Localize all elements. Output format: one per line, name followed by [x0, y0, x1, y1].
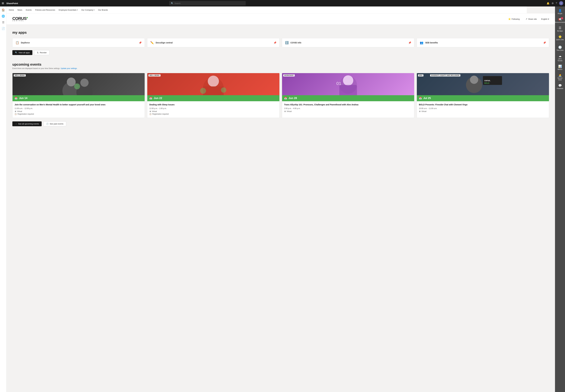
event-card-3[interactable]: WORKSHOP 01 📅 Jun 28 Trans Allyshi — [282, 73, 414, 118]
sidebar-item-announcements[interactable]: 2 📢 Announcements — [555, 16, 565, 24]
sidebar-item-service-desk[interactable]: 🧑‍💼 Service Desk — [555, 72, 565, 82]
svg-text:corus.: corus. — [484, 79, 491, 82]
topbar-right-icons: 🔔 ⚙ ? U — [547, 1, 563, 5]
app-card-seb[interactable]: 👥 SEB benefits 📌 — [417, 38, 549, 47]
weather-icon: ☁ — [559, 54, 562, 58]
help-icon[interactable]: ? — [556, 2, 557, 5]
sidebar-item-timezone[interactable]: 🕐 Time Zone — [555, 44, 565, 52]
svg-point-8 — [200, 88, 206, 94]
feedback-label: Feedback — [557, 88, 563, 89]
event-image-3: WORKSHOP 01 — [282, 73, 414, 95]
registration-icon: 📋 — [14, 113, 17, 115]
seb-icon: 👥 — [420, 41, 424, 44]
right-sidebar: 👤 People 2 📢 Announcements ☰ My Apps ⭐ Q… — [555, 6, 565, 392]
event-image-2: WELL-BEING — [147, 73, 279, 95]
avatar[interactable]: U — [559, 1, 563, 5]
sidebar-item-metrics[interactable]: 📊 Metrics — [555, 63, 565, 71]
following-button[interactable]: ⭐ Following — [507, 17, 521, 21]
weather-label: 29°C Toronto — [557, 58, 562, 62]
navbar: Home News Events Policies and Resources … — [6, 6, 527, 14]
nav-policies[interactable]: Policies and Resources — [35, 8, 55, 12]
sidebar-item-weather[interactable]: ☁ 29°C Toronto — [555, 53, 565, 63]
nav-our-brands[interactable]: Our Brands — [98, 8, 108, 12]
event-date-bar-1: 📅 Jun 14 — [13, 95, 145, 101]
announcements-label: Announcements — [555, 21, 565, 23]
search-bar[interactable]: 🔍 — [169, 1, 246, 5]
event-title-4: BOLD Presents: Fireside Chat with Clemen… — [419, 103, 547, 106]
apps-grid: 📋 Dayforce 📌 ✏️ DocuSign central 📌 ℹ️ — [12, 38, 549, 47]
see-all-events-button[interactable]: → See all upcoming events — [12, 121, 42, 126]
apps-label: My Apps — [557, 30, 563, 32]
settings-icon[interactable]: ⚙ — [551, 2, 554, 5]
language-selector[interactable]: English ▾ — [541, 18, 549, 20]
monitor-icon: 🖥 — [14, 110, 16, 112]
logo-dot — [27, 17, 28, 18]
event-body-3: Trans Allyship 101: Pronouns, Challenges… — [282, 101, 414, 115]
event-card-4[interactable]: ERG DIVERSITY, EQUITY AND INCLUSION coru… — [417, 73, 549, 118]
event-date-4: Jul 25 — [423, 97, 431, 100]
event-time-4: 10:00 a.m. - 11:00 a.m. — [419, 107, 547, 110]
event-title-1: Join the conversation on Men's Mental He… — [14, 103, 143, 106]
upcoming-events-section: upcoming events Event times are displaye… — [12, 62, 549, 126]
sidebar-item-apps[interactable]: ☰ My Apps — [555, 25, 565, 33]
dayforce-icon: 📋 — [15, 41, 19, 44]
people-label: People — [558, 13, 562, 14]
reorder-icon: ⇅ — [37, 52, 39, 54]
svg-point-3 — [80, 79, 89, 87]
grid-icon[interactable]: ⊞ — [2, 2, 4, 5]
event-card-1[interactable]: WELL-BEING 📅 Jun 14 — [12, 73, 145, 118]
sidebar-item-quicklinks[interactable]: ⭐ Quick Links — [555, 34, 565, 42]
event-location-4: 🖥 Virtual — [419, 110, 547, 112]
service-desk-icon: 🧑‍💼 — [558, 73, 562, 77]
view-all-apps-button[interactable]: 🔍 View all apps — [12, 50, 32, 55]
share-icon: ↗ — [525, 18, 527, 20]
metrics-icon: 📊 — [558, 65, 562, 68]
chevron-down-icon: ▾ — [548, 18, 549, 20]
nav-news[interactable]: News — [17, 8, 22, 12]
svg-point-6 — [208, 76, 219, 87]
sidebar-item-feedback[interactable]: 💬 Feedback — [555, 83, 565, 91]
star-icon: ⭐ — [508, 18, 511, 20]
event-image-1: WELL-BEING — [13, 73, 145, 95]
event-body-4: BOLD Presents: Fireside Chat with Clemen… — [417, 101, 549, 115]
docusign-label: DocuSign central — [156, 42, 173, 44]
search-icon: 🔍 — [171, 2, 173, 4]
monitor-icon: 🖥 — [284, 110, 286, 112]
see-past-events-button[interactable]: 🕐 See past events — [43, 121, 66, 126]
pin-icon: 📌 — [408, 41, 411, 44]
chevron-down-icon: ▾ — [77, 9, 78, 11]
share-site-button[interactable]: ↗ Share site — [524, 17, 538, 21]
nav-home[interactable]: Home — [9, 8, 14, 12]
notifications-icon[interactable]: 🔔 — [547, 2, 550, 5]
left-sidebar-page-icon[interactable]: 📄 — [0, 26, 6, 31]
nav-employee-essentials[interactable]: Employee Essentials ▾ — [59, 8, 78, 12]
left-sidebar-globe-icon[interactable]: 🌐 — [0, 13, 6, 19]
update-settings-link[interactable]: Update your settings. — [61, 67, 77, 70]
covid-label: COVID info — [290, 42, 301, 44]
sidebar-item-people[interactable]: 👤 People — [555, 8, 565, 16]
event-location-1: 🖥 Virtual — [14, 110, 143, 112]
svg-point-1 — [67, 78, 76, 86]
my-apps-section: my apps 📋 Dayforce 📌 ✏️ DocuSign central… — [12, 30, 549, 55]
svg-point-9 — [221, 87, 226, 93]
event-time-1: 11:00 a.m. - 12:00 p.m. — [14, 107, 143, 110]
search-input[interactable] — [175, 2, 244, 4]
event-registration-1: 📋 Registration required — [14, 113, 143, 115]
event-card-2[interactable]: WELL-BEING 📅 Jun 22 — [147, 73, 280, 118]
quicklinks-icon: ⭐ — [558, 35, 562, 38]
search-icon: 🔍 — [15, 52, 17, 54]
event-time-2: 12:00 p.m. - 1:00 p.m. — [149, 107, 277, 110]
reorder-button[interactable]: ⇅ Reorder — [34, 50, 49, 55]
app-card-dayforce[interactable]: 📋 Dayforce 📌 — [12, 38, 145, 47]
monitor-icon: 🖥 — [419, 110, 421, 112]
calendar-icon: 📅 — [419, 97, 422, 100]
event-title-3: Trans Allyship 101: Pronouns, Challenges… — [284, 103, 412, 106]
left-sidebar-home-icon[interactable]: 🏠 — [0, 7, 6, 13]
event-location-3: 🖥 Virtual — [284, 110, 412, 112]
metrics-label: Metrics — [558, 69, 562, 70]
nav-our-company[interactable]: Our Company ▾ — [81, 8, 95, 12]
app-card-covid[interactable]: ℹ️ COVID info 📌 — [282, 38, 414, 47]
nav-events[interactable]: Events — [26, 8, 32, 12]
left-sidebar-apps-icon[interactable]: ☰ — [0, 19, 6, 25]
app-card-docusign[interactable]: ✏️ DocuSign central 📌 — [147, 38, 280, 47]
